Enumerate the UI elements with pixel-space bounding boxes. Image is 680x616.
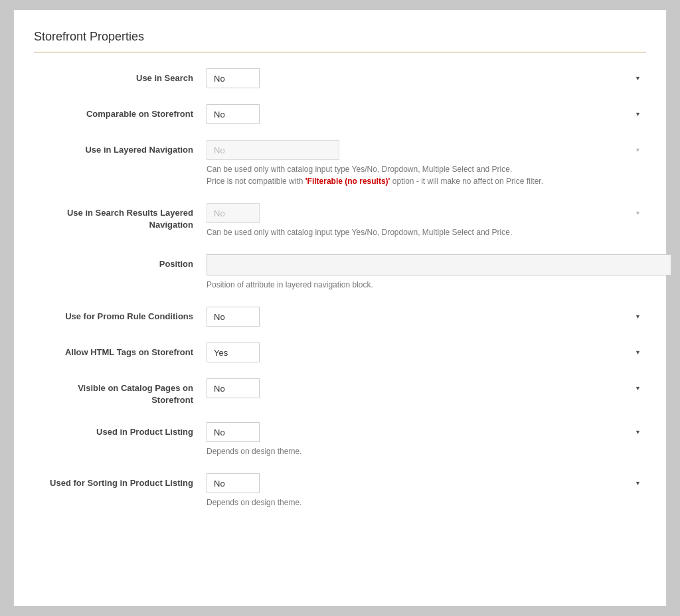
used-in-product-listing-select-wrap[interactable]: No Yes (207, 422, 646, 442)
comparable-storefront-row: Comparable on Storefront No Yes (34, 104, 646, 124)
used-for-sorting-control: No Yes Depends on design theme. (207, 473, 646, 508)
position-control: Position of attribute in layered navigat… (207, 254, 671, 291)
comparable-storefront-label: Comparable on Storefront (34, 104, 207, 120)
used-for-sorting-hint: Depends on design theme. (207, 497, 646, 508)
used-in-product-listing-select[interactable]: No Yes (207, 422, 260, 442)
use-in-search-results-layered-nav-row: Use in Search Results Layered Navigation… (34, 203, 646, 238)
use-in-layered-nav-label: Use in Layered Navigation (34, 140, 207, 156)
use-for-promo-rule-select-wrap[interactable]: No Yes (207, 307, 646, 327)
use-in-search-select[interactable]: No Yes (207, 68, 260, 88)
used-in-product-listing-hint: Depends on design theme. (207, 445, 646, 457)
used-for-sorting-label: Used for Sorting in Product Listing (34, 473, 207, 489)
visible-on-catalog-pages-row: Visible on Catalog Pages on Storefront N… (34, 378, 646, 406)
panel-title: Storefront Properties (34, 30, 646, 44)
use-in-layered-nav-row: Use in Layered Navigation No Filterable … (34, 140, 646, 187)
visible-on-catalog-pages-label: Visible on Catalog Pages on Storefront (34, 378, 207, 406)
allow-html-tags-row: Allow HTML Tags on Storefront No Yes (34, 343, 646, 362)
comparable-storefront-control: No Yes (207, 104, 646, 124)
visible-on-catalog-pages-select-wrap[interactable]: No Yes (207, 378, 646, 398)
used-in-product-listing-row: Used in Product Listing No Yes Depends o… (34, 422, 646, 457)
position-row: Position Position of attribute in layere… (34, 254, 646, 291)
allow-html-tags-select[interactable]: No Yes (207, 343, 260, 362)
allow-html-tags-control: No Yes (207, 343, 646, 362)
use-in-layered-nav-select[interactable]: No Filterable (with results) Filterable … (207, 140, 339, 160)
use-in-search-results-layered-nav-select[interactable]: No Yes (207, 203, 260, 223)
visible-on-catalog-pages-select[interactable]: No Yes (207, 378, 260, 398)
visible-on-catalog-pages-control: No Yes (207, 378, 646, 398)
use-in-search-control: No Yes (207, 68, 646, 88)
position-label: Position (34, 254, 207, 270)
use-for-promo-rule-select[interactable]: No Yes (207, 307, 260, 327)
use-for-promo-rule-label: Use for Promo Rule Conditions (34, 307, 207, 323)
used-in-product-listing-label: Used in Product Listing (34, 422, 207, 438)
use-in-layered-nav-select-wrap[interactable]: No Filterable (with results) Filterable … (207, 140, 646, 160)
used-for-sorting-select-wrap[interactable]: No Yes (207, 473, 646, 493)
position-input[interactable] (207, 254, 671, 275)
use-in-layered-nav-hint1: Can be used only with catalog input type… (207, 163, 646, 187)
use-in-search-results-layered-nav-label: Use in Search Results Layered Navigation (34, 203, 207, 231)
use-for-promo-rule-control: No Yes (207, 307, 646, 327)
use-in-search-label: Use in Search (34, 68, 207, 84)
hint-bold-text: 'Filterable (no results)' (305, 177, 390, 186)
panel-divider (34, 52, 646, 52)
used-in-product-listing-control: No Yes Depends on design theme. (207, 422, 646, 457)
allow-html-tags-select-wrap[interactable]: No Yes (207, 343, 646, 362)
use-in-search-row: Use in Search No Yes (34, 68, 646, 88)
comparable-storefront-select-wrap[interactable]: No Yes (207, 104, 646, 124)
use-in-search-select-wrap[interactable]: No Yes (207, 68, 646, 88)
allow-html-tags-label: Allow HTML Tags on Storefront (34, 343, 207, 358)
use-in-search-results-layered-nav-hint: Can be used only with catalog input type… (207, 226, 646, 238)
used-for-sorting-row: Used for Sorting in Product Listing No Y… (34, 473, 646, 508)
use-in-search-results-layered-nav-control: No Yes Can be used only with catalog inp… (207, 203, 646, 238)
comparable-storefront-select[interactable]: No Yes (207, 104, 260, 124)
used-for-sorting-select[interactable]: No Yes (207, 473, 260, 493)
use-in-layered-nav-control: No Filterable (with results) Filterable … (207, 140, 646, 187)
use-in-search-results-layered-nav-select-wrap[interactable]: No Yes (207, 203, 646, 223)
use-for-promo-rule-row: Use for Promo Rule Conditions No Yes (34, 307, 646, 327)
position-hint: Position of attribute in layered navigat… (207, 279, 671, 291)
storefront-properties-panel: Storefront Properties Use in Search No Y… (13, 9, 667, 607)
